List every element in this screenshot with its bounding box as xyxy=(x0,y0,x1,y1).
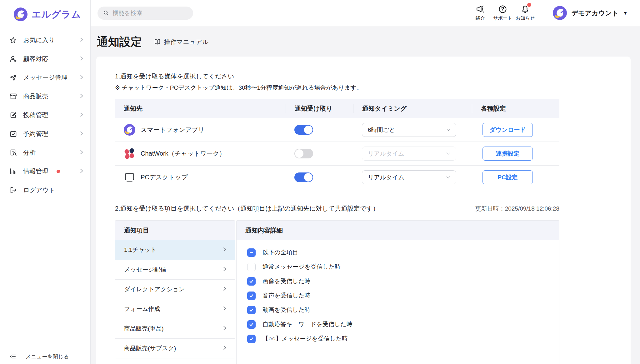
download-button[interactable]: ダウンロード xyxy=(482,123,533,137)
star-icon xyxy=(9,36,17,44)
notify-details-header: 通知内容詳細 xyxy=(237,221,559,240)
toggle-knob xyxy=(295,149,303,158)
detail-row-audio-received[interactable]: 音声を受信した時 xyxy=(247,288,559,303)
support-button[interactable]: サポート xyxy=(492,5,514,21)
sidebar-item-message-management[interactable]: メッセージ管理 xyxy=(9,68,84,87)
news-label: お知らせ xyxy=(516,15,535,21)
chevron-right-icon xyxy=(79,93,84,100)
timing-select[interactable]: 6時間ごと xyxy=(362,123,456,137)
receive-toggle-on[interactable] xyxy=(294,172,313,182)
category-form-creation[interactable]: フォーム作成 xyxy=(115,299,235,319)
search-input[interactable] xyxy=(112,10,181,17)
section2-heading-row: 2.通知を受け取る項目を選択してください（通知項目は上記の通知先に対して共通設定… xyxy=(115,204,559,213)
timing-select-value: 6時間ごと xyxy=(368,126,395,134)
column-header-settings: 各種設定 xyxy=(472,104,559,113)
doc-search-icon xyxy=(9,149,17,157)
sidebar: エルグラム お気に入り 顧客対応 メッセージ管理 商品販売 xyxy=(0,0,91,364)
sidebar-item-reservation-management[interactable]: 予約管理 xyxy=(9,124,84,143)
support-label: サポート xyxy=(493,15,512,21)
chevron-right-icon xyxy=(222,345,227,352)
chevron-right-icon xyxy=(79,149,84,156)
sidebar-item-favorites[interactable]: お気に入り xyxy=(9,31,84,49)
chevron-right-icon xyxy=(79,130,84,137)
notify-details-panel: 通知内容詳細 以下の全項目 通常メッセージを受信した時 xyxy=(236,220,559,364)
checkbox-checked[interactable] xyxy=(247,320,256,329)
section2-heading: 2.通知を受け取る項目を選択してください（通知項目は上記の通知先に対して共通設定… xyxy=(115,204,379,213)
updated-timestamp: 更新日時：2025/09/18 12:06:28 xyxy=(475,205,559,213)
category-label: フォーム作成 xyxy=(124,305,160,313)
timing-select-disabled: リアルタイム xyxy=(362,147,456,161)
chatwork-link-settings-button[interactable]: 連携設定 xyxy=(482,147,533,161)
sidebar-item-logout[interactable]: ログアウト xyxy=(9,181,84,199)
category-1on1-chat[interactable]: 1:1チャット xyxy=(115,240,235,260)
sidebar-item-info-management[interactable]: 情報管理 xyxy=(9,162,84,181)
sidebar-item-post-management[interactable]: 投稿管理 xyxy=(9,106,84,124)
category-message-delivery[interactable]: メッセージ配信 xyxy=(115,260,235,279)
news-button[interactable]: お知らせ xyxy=(514,5,537,21)
checkbox-unchecked[interactable] xyxy=(247,263,256,271)
checkbox-checked[interactable] xyxy=(247,277,256,286)
app-window: エルグラム お気に入り 顧客対応 メッセージ管理 商品販売 xyxy=(0,0,640,364)
collapse-menu-button[interactable]: メニューを閉じる xyxy=(0,349,90,364)
open-book-icon xyxy=(154,38,161,46)
logout-icon xyxy=(9,186,17,194)
toggle-knob xyxy=(304,126,312,134)
referral-button[interactable]: 紹介 xyxy=(469,5,492,21)
collapse-menu-label: メニューを閉じる xyxy=(26,353,69,360)
chevron-right-icon xyxy=(222,325,227,332)
pc-monitor-icon xyxy=(124,172,135,183)
toggle-knob xyxy=(304,173,312,182)
detail-row-normal-message[interactable]: 通常メッセージを受信した時 xyxy=(247,260,559,274)
category-product-sales-subscription[interactable]: 商品販売(サブスク) xyxy=(115,338,235,358)
detail-row-all-items[interactable]: 以下の全項目 xyxy=(247,245,559,260)
timing-select-value: リアルタイム xyxy=(368,173,404,182)
page-title: 通知設定 xyxy=(97,34,142,50)
detail-row-image-received[interactable]: 画像を受信した時 xyxy=(247,274,559,288)
bar-chart-icon xyxy=(9,167,17,175)
help-circle-icon xyxy=(498,5,507,14)
checkbox-checked[interactable] xyxy=(247,292,256,300)
search-box[interactable] xyxy=(98,7,193,20)
detail-row-marked-message[interactable]: 【○○】メッセージを受信した時 xyxy=(247,332,559,346)
news-badge-dot xyxy=(527,3,531,7)
chatwork-icon xyxy=(124,148,135,159)
target-name: ChatWork（チャットワーク） xyxy=(141,149,225,158)
manual-label: 操作マニュアル xyxy=(164,38,208,46)
chevron-down-icon xyxy=(446,127,451,132)
smartphone-app-icon xyxy=(124,124,135,136)
category-system-notification[interactable]: システム通知 xyxy=(115,358,235,364)
checkbox-indeterminate[interactable] xyxy=(247,248,256,257)
detail-row-video-received[interactable]: 動画を受信した時 xyxy=(247,303,559,317)
timing-select[interactable]: リアルタイム xyxy=(362,170,456,184)
chevron-right-icon xyxy=(79,112,84,119)
brand-logo[interactable]: エルグラム xyxy=(0,0,90,21)
sidebar-item-label: 顧客対応 xyxy=(23,55,48,63)
account-avatar xyxy=(553,6,567,20)
section1-heading: 1.通知を受け取る媒体を選択してください xyxy=(115,72,631,81)
sidebar-item-product-sales[interactable]: 商品販売 xyxy=(9,87,84,106)
chevron-right-icon xyxy=(79,55,84,62)
receive-toggle-off[interactable] xyxy=(294,149,313,158)
megaphone-icon xyxy=(476,5,485,14)
checkbox-checked[interactable] xyxy=(247,306,256,314)
checkbox-checked[interactable] xyxy=(247,335,256,343)
referral-label: 紹介 xyxy=(476,15,485,21)
sidebar-item-label: 商品販売 xyxy=(23,92,48,101)
sidebar-item-label: 投稿管理 xyxy=(23,111,48,119)
notify-target-table-header: 通知先 通知受け取り 通知タイミング 各種設定 xyxy=(115,99,559,118)
sidebar-item-label: 予約管理 xyxy=(23,130,48,138)
category-label: ダイレクトアクション xyxy=(124,285,185,293)
manual-link[interactable]: 操作マニュアル xyxy=(154,38,208,46)
detail-row-auto-reply-keyword[interactable]: 自動応答キーワードを受信した時 xyxy=(247,317,559,332)
sidebar-item-customer-support[interactable]: 顧客対応 xyxy=(9,49,84,68)
category-product-sales-single[interactable]: 商品販売(単品) xyxy=(115,319,235,338)
table-row-pc-desktop: PCデスクトップ リアルタイム PC設定 xyxy=(115,166,559,189)
category-direct-action[interactable]: ダイレクトアクション xyxy=(115,279,235,299)
sidebar-item-analytics[interactable]: 分析 xyxy=(9,143,84,162)
receive-toggle-on[interactable] xyxy=(294,125,313,135)
pc-settings-button[interactable]: PC設定 xyxy=(482,170,533,184)
account-menu[interactable]: デモアカウント ▼ xyxy=(553,6,628,20)
column-header-receive: 通知受け取り xyxy=(286,104,353,113)
sidebar-item-label: 分析 xyxy=(23,148,36,157)
account-name: デモアカウント xyxy=(572,9,618,17)
